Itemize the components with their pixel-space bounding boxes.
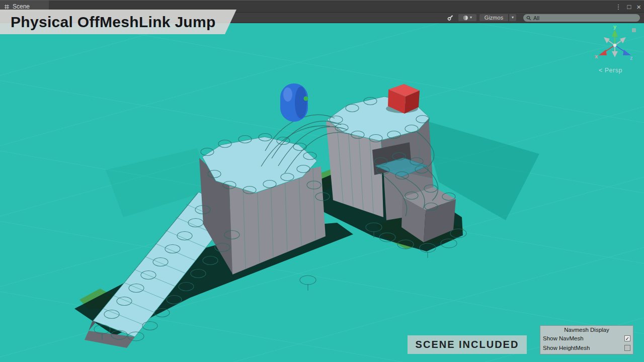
title-banner: Physical OffMeshLink Jump xyxy=(0,10,236,34)
scene-tab-label: Scene xyxy=(13,3,30,10)
chevron-down-icon: ▾ xyxy=(470,16,472,20)
show-navmesh-checkbox[interactable]: ✓ xyxy=(624,335,630,341)
chevron-down-icon: ▾ xyxy=(512,16,514,20)
scene-included-banner: SCENE INCLUDED xyxy=(408,335,527,354)
title-banner-text: Physical OffMeshLink Jump xyxy=(11,14,216,31)
scene-viewport[interactable] xyxy=(0,0,644,362)
unity-scene-view: Scene ⋮ □ × ▾ Gizmos xyxy=(0,0,644,362)
axis-x[interactable]: x xyxy=(595,45,615,59)
axis-z-negative[interactable] xyxy=(604,37,615,45)
window-menu-icon[interactable]: ⋮ xyxy=(615,4,621,10)
projection-toggle[interactable]: < Persp xyxy=(599,67,622,74)
gizmos-label: Gizmos xyxy=(485,15,503,21)
axis-y-label: y xyxy=(613,24,617,30)
axis-x-label: x xyxy=(595,53,598,59)
shading-mode-button[interactable]: ▾ xyxy=(458,14,477,22)
agent-marker-dot xyxy=(304,97,308,101)
orientation-gizmo[interactable]: y x z xyxy=(588,23,644,73)
projection-label: < Persp xyxy=(599,67,622,74)
scene-grid-icon xyxy=(4,4,10,10)
agent-capsule[interactable] xyxy=(280,83,308,122)
tools-button[interactable] xyxy=(445,14,456,22)
gizmos-button[interactable]: Gizmos xyxy=(479,14,509,22)
gizmo-corner-icon[interactable] xyxy=(632,28,636,32)
close-icon[interactable]: × xyxy=(636,3,641,11)
gizmos-dropdown-button[interactable]: ▾ xyxy=(509,14,517,22)
wrench-icon xyxy=(447,14,454,21)
navmesh-display-panel: Navmesh Display Show NavMesh ✓ Show Heig… xyxy=(540,325,633,354)
capsule-highlight xyxy=(283,87,292,102)
axis-z-label: z xyxy=(630,55,633,61)
axis-x-negative[interactable] xyxy=(615,37,626,45)
maximize-icon[interactable]: □ xyxy=(627,4,631,10)
show-heightmesh-checkbox[interactable] xyxy=(624,345,630,351)
axis-y[interactable]: y xyxy=(612,24,618,45)
show-navmesh-row: Show NavMesh ✓ xyxy=(540,333,633,343)
navmesh-panel-title: Navmesh Display xyxy=(540,326,633,333)
search-input[interactable] xyxy=(533,14,637,22)
scene-included-text: SCENE INCLUDED xyxy=(416,339,519,350)
scene-search-field[interactable] xyxy=(523,14,640,22)
axis-z[interactable]: z xyxy=(615,45,633,61)
capsule-shading xyxy=(295,86,307,119)
show-heightmesh-label: Show HeightMesh xyxy=(543,345,590,351)
show-navmesh-label: Show NavMesh xyxy=(543,335,584,341)
gizmo-center[interactable] xyxy=(613,44,616,47)
search-icon xyxy=(526,16,531,21)
show-heightmesh-row: Show HeightMesh xyxy=(540,343,633,352)
shaded-sphere-icon xyxy=(463,15,468,21)
